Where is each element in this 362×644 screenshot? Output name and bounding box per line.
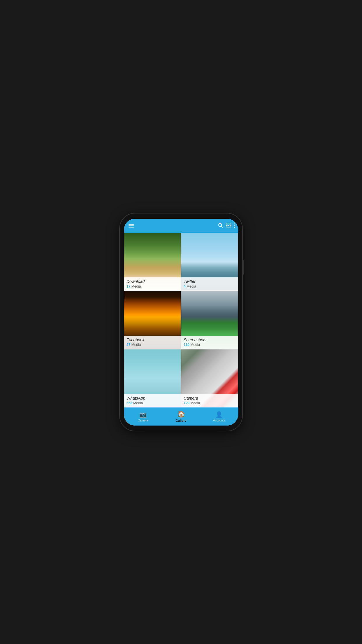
nav-item-gallery[interactable]: 🏠Gallery [162,410,200,422]
folder-item-screenshots[interactable]: Screenshots110 Media [181,291,238,349]
folder-info-screenshots: Screenshots110 Media [181,336,238,349]
folder-info-facebook: Facebook27 Media [124,336,181,349]
folder-count-num-screenshots: 110 [184,343,189,347]
folder-count-num-twitter: 4 [184,284,186,288]
folder-item-camera[interactable]: Camera129 Media [181,349,238,407]
nav-label-accounts: Accounts [213,419,225,422]
folder-count-download: 17 Media [126,284,178,288]
folder-name-screenshots: Screenshots [184,337,236,342]
phone-frame: Download17 MediaTwitter4 MediaFacebook27… [120,214,242,431]
folder-name-facebook: Facebook [126,337,178,342]
nav-icon-accounts: 👤 [215,411,223,418]
folder-count-twitter: 4 Media [184,284,236,288]
folder-info-whatsapp: WhatsApp652 Media [124,394,181,407]
folder-name-camera: Camera [184,396,236,401]
search-icon[interactable] [218,223,223,229]
folder-item-whatsapp[interactable]: WhatsApp652 Media [124,349,181,407]
folder-count-num-whatsapp: 652 [126,401,132,405]
folder-name-download: Download [126,279,178,284]
folder-item-download[interactable]: Download17 Media [124,233,181,291]
svg-point-5 [234,227,235,228]
folder-name-whatsapp: WhatsApp [126,396,178,401]
bottom-navigation: 📷Camera🏠Gallery👤Accounts [124,407,238,426]
nav-label-camera: Camera [138,419,148,422]
nav-icon-camera: 📷 [139,411,147,418]
svg-line-1 [221,226,222,227]
hamburger-menu-button[interactable] [127,223,136,229]
folder-info-download: Download17 Media [124,277,181,290]
svg-point-3 [234,223,235,224]
folder-count-camera: 129 Media [184,401,236,405]
nav-item-accounts[interactable]: 👤Accounts [200,411,238,422]
nav-icon-gallery: 🏠 [177,410,185,418]
folder-count-num-download: 17 [126,284,130,288]
folder-grid: Download17 MediaTwitter4 MediaFacebook27… [124,233,238,407]
app-header [124,219,238,233]
folder-item-twitter[interactable]: Twitter4 Media [181,233,238,291]
more-options-icon[interactable] [234,223,235,229]
folder-count-num-facebook: 27 [126,343,130,347]
folder-count-screenshots: 110 Media [184,343,236,347]
header-actions [218,223,235,229]
folder-count-whatsapp: 652 Media [126,401,178,405]
nav-label-gallery: Gallery [175,419,186,422]
folder-info-camera: Camera129 Media [181,394,238,407]
folder-item-facebook[interactable]: Facebook27 Media [124,291,181,349]
folder-name-twitter: Twitter [184,279,236,284]
svg-point-4 [234,225,235,226]
folder-count-facebook: 27 Media [126,343,178,347]
image-gallery-icon[interactable] [226,223,231,229]
folder-info-twitter: Twitter4 Media [181,277,238,290]
phone-screen: Download17 MediaTwitter4 MediaFacebook27… [124,219,238,426]
nav-item-camera[interactable]: 📷Camera [124,411,162,422]
folder-count-num-camera: 129 [184,401,189,405]
